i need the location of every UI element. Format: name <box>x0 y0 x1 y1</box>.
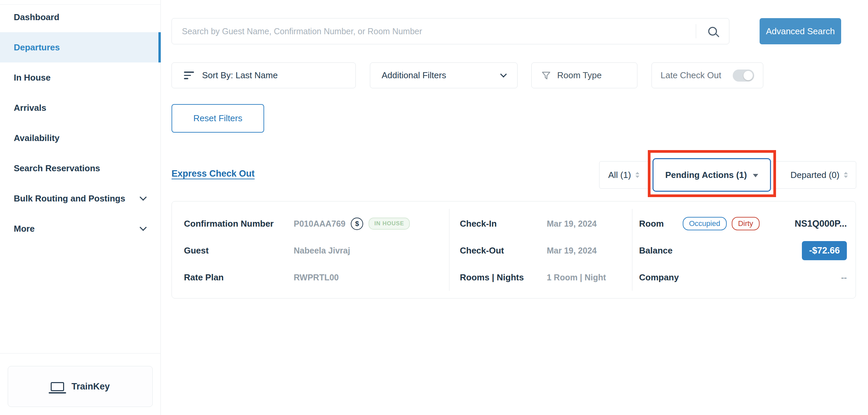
check-in-label: Check-In <box>460 218 547 229</box>
sort-lines-icon <box>184 71 194 79</box>
confirmation-row: Confirmation Number P010AAA769 $ IN HOUS… <box>184 210 442 237</box>
card-divider <box>449 209 450 291</box>
sidebar-item-label: Availability <box>14 133 59 143</box>
reset-filters-button[interactable]: Reset Filters <box>172 104 264 132</box>
dirty-badge: Dirty <box>732 217 760 230</box>
room-type-label: Room Type <box>557 70 601 81</box>
tab-all-label: All (1) <box>608 170 631 180</box>
rooms-nights-row: Rooms | Nights 1 Room | Night <box>460 264 624 291</box>
tab-all[interactable]: All (1) <box>608 161 640 188</box>
room-label: Room <box>639 218 664 229</box>
sidebar-item-label: Bulk Routing and Postings <box>14 194 125 204</box>
check-out-value: Mar 19, 2024 <box>547 246 597 256</box>
up-down-carets-icon <box>844 172 848 178</box>
guest-value: Nabeela Jivraj <box>294 246 350 256</box>
check-in-value: Mar 19, 2024 <box>547 219 597 229</box>
search-icon <box>708 27 717 36</box>
balance-row: Balance -$72.66 <box>639 237 847 264</box>
trainkey-label: TrainKey <box>71 381 110 392</box>
in-house-badge: IN HOUSE <box>369 217 410 230</box>
sidebar-item-in-house[interactable]: In House <box>0 62 160 93</box>
sidebar-item-dashboard[interactable]: Dashboard <box>0 2 160 32</box>
sidebar-item-departures[interactable]: Departures <box>0 32 160 62</box>
late-check-out-toggle[interactable] <box>733 69 754 82</box>
sidebar: Dashboard Departures In House Arrivals A… <box>0 0 161 415</box>
guest-row: Guest Nabeela Jivraj <box>184 237 442 264</box>
sidebar-nav-list: Dashboard Departures In House Arrivals A… <box>0 2 160 244</box>
laptop-icon <box>51 382 64 391</box>
up-down-carets-icon <box>636 172 640 178</box>
sidebar-item-bulk-routing[interactable]: Bulk Routing and Postings <box>0 183 160 213</box>
late-check-out-filter: Late Check Out <box>651 62 763 88</box>
sidebar-item-label: Departures <box>14 42 60 53</box>
caret-down-icon <box>753 174 758 177</box>
confirmation-value-group: P010AAA769 $ IN HOUSE <box>294 217 410 230</box>
room-status-badges: Occupied Dirty <box>683 217 760 230</box>
sidebar-item-arrivals[interactable]: Arrivals <box>0 93 160 123</box>
trainkey-button[interactable]: TrainKey <box>8 366 153 407</box>
tab-departed[interactable]: Departed (0) <box>790 161 848 188</box>
card-divider <box>632 209 632 291</box>
tab-departed-label: Departed (0) <box>790 170 839 180</box>
rate-plan-row: Rate Plan RWPRTL00 <box>184 264 442 291</box>
sidebar-item-label: Dashboard <box>14 12 59 23</box>
sidebar-item-label: In House <box>14 72 51 83</box>
late-check-out-label: Late Check Out <box>660 70 721 81</box>
company-row: Company -- <box>639 264 847 291</box>
card-room-column: Room Occupied Dirty NS1Q000P... Balance … <box>639 210 847 291</box>
confirmation-value: P010AAA769 <box>294 219 345 229</box>
chevron-down-icon <box>140 194 147 201</box>
guest-label: Guest <box>184 245 294 256</box>
card-dates-column: Check-In Mar 19, 2024 Check-Out Mar 19, … <box>460 210 624 291</box>
rate-plan-label: Rate Plan <box>184 272 294 283</box>
room-type-button[interactable]: Room Type <box>531 62 638 88</box>
rooms-nights-label: Rooms | Nights <box>460 272 547 283</box>
company-label: Company <box>639 272 679 283</box>
confirmation-label: Confirmation Number <box>184 218 294 229</box>
room-number-value: NS1Q000P... <box>795 218 847 229</box>
funnel-icon <box>542 71 551 80</box>
dollar-circle-icon[interactable]: $ <box>351 217 363 230</box>
sidebar-item-label: More <box>14 224 35 234</box>
sidebar-item-label: Arrivals <box>14 103 46 113</box>
sidebar-item-more[interactable]: More <box>0 213 160 244</box>
additional-filters-dropdown[interactable]: Additional Filters <box>370 62 518 88</box>
occupied-badge: Occupied <box>683 217 727 230</box>
sidebar-item-search-reservations[interactable]: Search Reservations <box>0 153 160 183</box>
chevron-down-icon <box>500 71 507 78</box>
rooms-nights-value: 1 Room | Night <box>547 273 606 283</box>
sidebar-item-availability[interactable]: Availability <box>0 123 160 153</box>
card-guest-column: Confirmation Number P010AAA769 $ IN HOUS… <box>184 210 442 291</box>
balance-chip: -$72.66 <box>802 241 847 260</box>
express-check-out-link[interactable]: Express Check Out <box>172 169 255 179</box>
check-out-label: Check-Out <box>460 245 547 256</box>
sidebar-bottom-divider <box>0 353 160 354</box>
sidebar-item-label: Search Reservations <box>14 163 100 174</box>
tab-pending-actions-label: Pending Actions (1) <box>665 170 747 180</box>
check-in-row: Check-In Mar 19, 2024 <box>460 210 624 237</box>
chevron-down-icon <box>140 224 147 231</box>
status-tabs-bar: All (1) Pending Actions (1) Departed (0) <box>599 161 856 189</box>
search-submit[interactable] <box>696 19 729 44</box>
check-out-row: Check-Out Mar 19, 2024 <box>460 237 624 264</box>
search-input[interactable] <box>172 27 696 36</box>
sort-by-button[interactable]: Sort By: Last Name <box>172 62 356 88</box>
rate-plan-value: RWPRTL00 <box>294 273 339 283</box>
search-bar <box>172 18 730 44</box>
balance-label: Balance <box>639 245 673 256</box>
advanced-search-button[interactable]: Advanced Search <box>760 18 841 44</box>
reservation-card[interactable]: Confirmation Number P010AAA769 $ IN HOUS… <box>172 201 856 298</box>
sort-by-label: Sort By: Last Name <box>202 70 278 81</box>
company-value: -- <box>841 272 847 283</box>
tab-pending-actions[interactable]: Pending Actions (1) <box>652 158 771 192</box>
toggle-knob <box>743 71 753 80</box>
additional-filters-label: Additional Filters <box>382 70 446 81</box>
room-row: Room Occupied Dirty NS1Q000P... <box>639 210 847 237</box>
